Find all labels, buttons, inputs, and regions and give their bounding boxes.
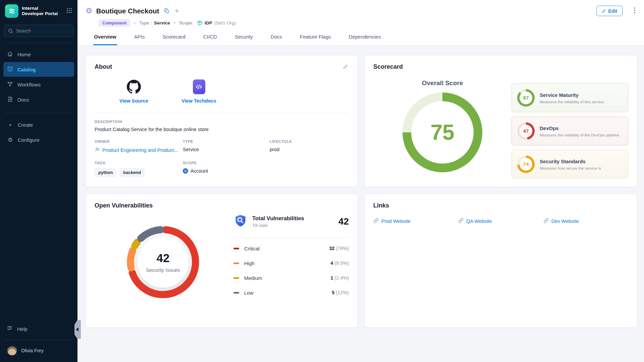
github-icon [109, 79, 159, 95]
search-input[interactable]: Search [4, 25, 73, 37]
scorecard-mini-card[interactable]: 47 DevOps Measures the reliability of th… [512, 117, 628, 145]
shield-search-icon [233, 214, 248, 229]
star-icon[interactable]: ★ [174, 7, 180, 14]
about-card: About View Source [86, 55, 358, 187]
sidebar-item-create[interactable]: + Create [3, 117, 74, 132]
tab-apis[interactable]: APIs [133, 34, 146, 45]
type-field-label: TYPE [183, 139, 270, 143]
score-ring-icon: 87 [517, 89, 535, 107]
about-divider [95, 113, 349, 113]
severity-row-high: High 4(9.5%) [233, 256, 349, 270]
score-ring-icon: 47 [517, 122, 535, 140]
sidebar-item-configure[interactable]: ⚙ Configure [3, 132, 74, 147]
overall-score-label: Overall Score [373, 79, 512, 87]
link-qa-website[interactable]: QA Website [458, 218, 543, 224]
search-placeholder: Search [16, 28, 31, 34]
tab-bar: Overview APIs Scorecard CI/CD Security D… [77, 27, 644, 46]
tab-feature-flags[interactable]: Feature Flags [299, 34, 332, 45]
scorecard-mini-card[interactable]: 74 Security Standards Measures how secur… [512, 150, 628, 179]
view-techdocs-label: View Techdocs [174, 98, 224, 104]
content-grid: About View Source [77, 46, 644, 362]
till-date-label: Till date [252, 223, 304, 228]
apps-grid-icon[interactable] [65, 6, 73, 16]
sidebar: Internal Developer Portal Search [0, 0, 77, 362]
scope-field-value: Account [191, 168, 208, 174]
workflows-icon [7, 81, 13, 88]
link-icon [458, 218, 464, 224]
vulnerabilities-card: Open Vulnerabilities 42 Security Issues [86, 194, 358, 328]
scorecard-mini-card[interactable]: 87 Service Maturity Measures the reliabi… [512, 83, 628, 112]
sidebar-item-help[interactable]: Help [3, 321, 74, 336]
account-scope-icon [183, 168, 188, 174]
tab-overview[interactable]: Overview [93, 34, 117, 45]
sidebar-item-catalog[interactable]: Catalog [3, 62, 74, 77]
edit-button[interactable]: Edit [596, 6, 623, 16]
sidebar-item-home[interactable]: Home [3, 47, 74, 62]
tag-chip[interactable]: python [95, 168, 116, 177]
link-dev-website[interactable]: Dev Website [543, 218, 628, 224]
home-icon [7, 51, 13, 58]
catalog-book-icon [7, 66, 13, 73]
owner-label: OWNER [95, 139, 183, 143]
score-ring-icon: 74 [517, 156, 535, 173]
page-header: ⚙ Boutique Checkout ★ Edit Component Typ… [77, 0, 644, 27]
title-row: ⚙ Boutique Checkout ★ Edit [86, 6, 637, 16]
owner-value-link[interactable]: Product Engineering and Product... [102, 147, 178, 153]
link-label: QA Website [466, 219, 492, 224]
tab-scorecard[interactable]: Scorecard [162, 34, 186, 45]
sidebar-divider [4, 113, 73, 113]
separator-dot [134, 22, 136, 24]
user-profile[interactable]: Olivia Frey [0, 342, 77, 359]
scorecard-name: Service Maturity [540, 92, 604, 98]
type-label: Type : [139, 20, 152, 25]
sidebar-divider [4, 340, 73, 340]
severity-row-medium: Medium 1(2.4%) [233, 270, 349, 285]
total-vulnerabilities-title: Total Vulnerabilities [252, 215, 304, 222]
search-icon [8, 28, 13, 34]
type-value: Service [154, 20, 170, 25]
component-gear-icon: ⚙ [86, 7, 93, 15]
main-area: ⚙ Boutique Checkout ★ Edit Component Typ… [77, 0, 644, 362]
cube-icon [197, 20, 203, 26]
description-label: DESCRIPTION [95, 120, 349, 124]
kind-badge[interactable]: Component [99, 19, 130, 27]
app-logo-icon[interactable] [5, 4, 18, 18]
tab-cicd[interactable]: CI/CD [203, 34, 218, 45]
view-techdocs-link[interactable]: View Techdocs [174, 79, 224, 104]
group-icon [95, 147, 100, 153]
user-name: Olivia Frey [21, 348, 44, 353]
view-source-link[interactable]: View Source [109, 79, 159, 104]
tab-dependencies[interactable]: Dependencies [348, 34, 382, 45]
about-card-title: About [95, 63, 112, 70]
separator-dot [174, 22, 175, 24]
app-title: Internal Developer Portal [22, 6, 58, 17]
tag-chip[interactable]: backend [119, 168, 145, 177]
copy-icon[interactable] [163, 7, 170, 14]
sidebar-nav: Home Catalog Workflows Docs [0, 47, 77, 107]
view-source-label: View Source [109, 98, 159, 104]
kebab-menu-icon[interactable] [632, 6, 637, 16]
sidebar-footer: Help Olivia Frey [0, 321, 77, 362]
scorecard-desc: Measures the reliability of this service [540, 100, 604, 104]
links-card: Links Prod Website QA Website [364, 194, 637, 328]
plus-icon: + [7, 122, 13, 128]
tab-docs[interactable]: Docs [270, 34, 283, 45]
tab-security[interactable]: Security [234, 34, 254, 45]
scope-field: SCOPE Account [183, 161, 270, 177]
edit-button-label: Edit [608, 8, 617, 14]
overall-score-block: Overall Score 75 [373, 70, 512, 179]
scope-field-label: SCOPE [183, 161, 270, 165]
sidebar-item-label: Workflows [17, 82, 41, 87]
summary-divider [233, 237, 349, 238]
edit-pencil-icon[interactable] [342, 63, 349, 70]
sidebar-divider [4, 43, 73, 43]
help-chat-icon [7, 325, 13, 332]
chevron-left-icon [76, 327, 78, 331]
scope-label: Scope: [179, 20, 193, 25]
lifecycle-value: prod [270, 147, 349, 152]
sidebar-item-workflows[interactable]: Workflows [3, 77, 74, 92]
sidebar-item-docs[interactable]: Docs [3, 92, 74, 107]
scorecard-list: 87 Service Maturity Measures the reliabi… [512, 83, 628, 179]
link-prod-website[interactable]: Prod Website [373, 218, 458, 224]
scope-value-wrap: IDP (Sid's Org) [197, 20, 236, 26]
